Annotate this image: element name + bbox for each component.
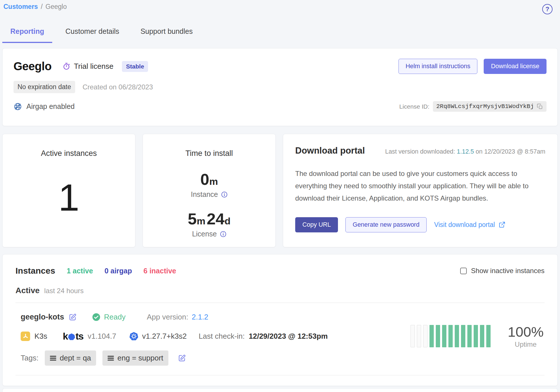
download-license-button[interactable]: Download license (484, 59, 547, 74)
kubernetes-icon (129, 332, 138, 341)
license-install-value1: 5 (188, 210, 197, 228)
license-id-chip: 2Rq8WLcsjfxqrMysjvB1WodYkBj (433, 101, 547, 112)
airgap-status: Airgap enabled (13, 102, 75, 111)
tag-lines-icon (50, 356, 56, 361)
show-inactive-checkbox[interactable] (460, 268, 467, 274)
kots-logo-o-icon (68, 333, 75, 340)
license-install-unit2: d (225, 215, 231, 226)
download-portal-description: The download portal can be used to give … (295, 167, 545, 205)
last-checkin-label: Last check-in: (199, 332, 245, 341)
uptime-bar (436, 325, 440, 347)
kots-version: v1.104.7 (88, 332, 116, 341)
customer-name: Geeglo (13, 60, 52, 73)
instance-install-label: Instance (191, 190, 218, 199)
breadcrumb-customers-link[interactable]: Customers (3, 3, 38, 11)
tab-support-bundles[interactable]: Support bundles (133, 22, 201, 43)
tag-lines-icon (108, 356, 114, 361)
edit-tags-icon[interactable] (178, 354, 186, 362)
active-instances-value: 1 (58, 158, 79, 247)
instances-title: Instances (15, 266, 55, 276)
last-version-label: Last version downloaded: (385, 148, 455, 155)
info-icon[interactable] (220, 231, 226, 237)
help-icon[interactable]: ? (542, 4, 553, 14)
license-install-unit1: m (197, 215, 205, 226)
instance-name: geeglo-kots (21, 313, 64, 322)
copy-icon[interactable] (537, 103, 543, 110)
kots-logo: k ts (63, 331, 83, 342)
breadcrumb-current: Geeglo (46, 3, 67, 11)
license-type-label: Trial license (74, 62, 114, 71)
instances-card: Instances 1 active 0 airgap 6 inactive S… (2, 254, 558, 386)
uptime-bar (467, 325, 472, 347)
channel-badge: Stable (122, 61, 148, 72)
customer-reporting-page: Customers / Geeglo ? Reporting Customer … (0, 0, 560, 392)
license-type: Trial license (63, 62, 114, 71)
uptime-bar (423, 325, 427, 347)
active-group-title: Active (15, 286, 40, 295)
tab-reporting[interactable]: Reporting (2, 22, 52, 43)
license-id-row: License ID: 2Rq8WLcsjfxqrMysjvB1WodYkBj (399, 101, 547, 112)
k3s-icon (21, 332, 30, 341)
visit-download-portal-link[interactable]: Visit download portal (434, 221, 505, 229)
time-to-install-card: Time to install 0m Instance 5m 24d (143, 134, 276, 247)
tab-customer-details[interactable]: Customer details (57, 22, 127, 43)
stopwatch-icon (63, 62, 70, 70)
uptime-bar (461, 325, 465, 347)
time-to-install-instance: 0m Instance (191, 170, 228, 199)
customer-summary-card: Geeglo Trial license Stable Helm install… (2, 48, 558, 126)
uptime-bar (486, 325, 491, 347)
show-inactive-label: Show inactive instances (471, 267, 545, 275)
globe-slash-icon (13, 102, 22, 111)
info-icon[interactable] (221, 191, 228, 198)
last-version-date: on 12/20/2023 @ 8:57am (476, 148, 545, 155)
active-instances-title: Active instances (41, 149, 97, 158)
uptime-bar (411, 325, 415, 347)
uptime-bar (455, 325, 459, 347)
uptime-bars (411, 325, 491, 347)
tab-bar: Reporting Customer details Support bundl… (2, 22, 558, 43)
distribution-label: K3s (34, 332, 47, 341)
count-inactive[interactable]: 6 inactive (143, 267, 176, 275)
tag-chip[interactable]: dept = qa (45, 350, 96, 366)
app-version-link[interactable]: 2.1.2 (192, 313, 208, 322)
uptime-bar (474, 325, 478, 347)
kots-logo-ts: ts (75, 331, 83, 342)
external-link-icon (499, 221, 505, 228)
tag-chip[interactable]: eng = support (102, 350, 168, 366)
uptime-bar (417, 325, 421, 347)
show-inactive-toggle: Show inactive instances (460, 267, 545, 275)
count-active[interactable]: 1 active (67, 267, 93, 275)
helm-install-instructions-button[interactable]: Helm install instructions (398, 59, 478, 74)
app-version-label: App version: (147, 313, 188, 322)
next-card-top-edge (2, 388, 558, 392)
instance-install-value: 0 (200, 170, 209, 188)
license-id-value: 2Rq8WLcsjfxqrMysjvB1WodYkBj (436, 103, 534, 110)
status-label: Ready (104, 313, 126, 322)
count-airgap[interactable]: 0 airgap (104, 267, 132, 275)
breadcrumb: Customers / Geeglo (2, 3, 558, 11)
tag-label: eng = support (117, 354, 163, 362)
stats-row: Active instances 1 Time to install 0m In… (2, 134, 558, 247)
status-badge: Ready (92, 313, 126, 322)
uptime-label: Uptime (508, 340, 544, 348)
breadcrumb-separator: / (41, 3, 42, 11)
license-id-label: License ID: (399, 103, 429, 110)
tag-label: dept = qa (60, 354, 91, 362)
download-portal-card: Download portal Last version downloaded:… (283, 134, 558, 247)
created-date: Created on 06/28/2023 (83, 83, 153, 91)
uptime-value: 100% (508, 324, 544, 340)
copy-url-button[interactable]: Copy URL (295, 217, 338, 232)
license-install-value2: 24 (207, 210, 224, 228)
active-instances-card: Active instances 1 (2, 134, 135, 247)
k8s-version: v1.27.7+k3s2 (142, 332, 186, 341)
uptime-bar (448, 325, 453, 347)
generate-new-password-button[interactable]: Generate new password (345, 217, 427, 232)
download-portal-title: Download portal (295, 146, 365, 156)
uptime-bar (480, 325, 484, 347)
last-version-link[interactable]: 1.12.5 (457, 148, 474, 155)
edit-name-icon[interactable] (69, 313, 77, 321)
expiration-badge: No expiration date (13, 81, 75, 93)
last-version-downloaded: Last version downloaded: 1.12.5 on 12/20… (385, 148, 545, 155)
license-install-label: License (192, 230, 217, 238)
check-circle-icon (92, 313, 100, 321)
